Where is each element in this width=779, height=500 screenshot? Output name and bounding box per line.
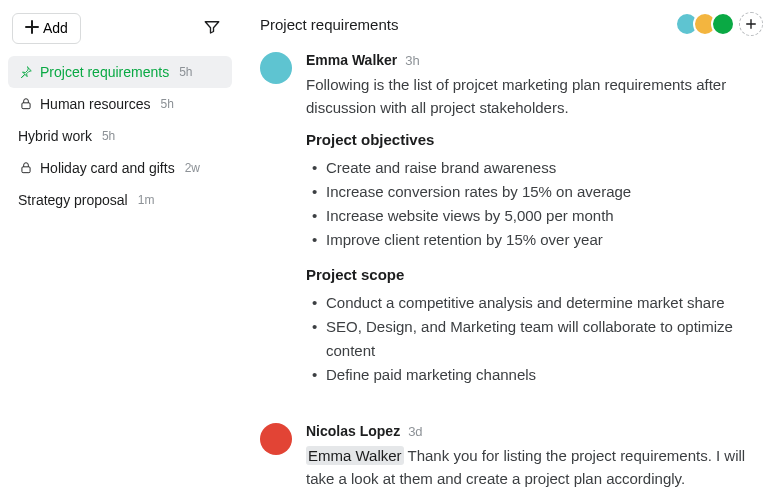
mention[interactable]: Emma Walker bbox=[306, 446, 404, 465]
plus-icon bbox=[745, 18, 757, 30]
sidebar-item[interactable]: Human resources5h bbox=[8, 88, 232, 120]
section-title: Project objectives bbox=[306, 131, 763, 148]
sidebar-item[interactable]: Strategy proposal1m bbox=[8, 184, 232, 216]
list-item: Conduct a competitive analysis and deter… bbox=[312, 291, 763, 315]
list-item: SEO, Design, and Marketing team will col… bbox=[312, 315, 763, 363]
post-time: 3h bbox=[405, 53, 419, 68]
list-item: Create and raise brand awareness bbox=[312, 156, 763, 180]
svg-rect-0 bbox=[22, 103, 30, 109]
sidebar: Add Projcet requirements5hHuman resource… bbox=[0, 0, 240, 500]
list-item: Increase website views by 5,000 per mont… bbox=[312, 204, 763, 228]
post-time: 3d bbox=[408, 424, 422, 439]
add-label: Add bbox=[43, 20, 68, 36]
pin-icon bbox=[18, 64, 34, 80]
post-author: Emma Walker bbox=[306, 52, 397, 68]
bullet-list: Conduct a competitive analysis and deter… bbox=[306, 291, 763, 387]
sidebar-item-time: 5h bbox=[161, 97, 174, 111]
sidebar-item-time: 1m bbox=[138, 193, 155, 207]
sidebar-item-label: Holiday card and gifts bbox=[40, 160, 175, 176]
avatar bbox=[260, 423, 292, 455]
sidebar-item[interactable]: Projcet requirements5h bbox=[8, 56, 232, 88]
post: Nicolas Lopez3dEmma Walker Thank you for… bbox=[260, 423, 763, 488]
avatar bbox=[260, 52, 292, 84]
filter-button[interactable] bbox=[196, 12, 228, 44]
sidebar-item[interactable]: Hybrid work5h bbox=[8, 120, 232, 152]
lock-icon bbox=[18, 96, 34, 112]
section-title: Project scope bbox=[306, 266, 763, 283]
main: Project requirements Emma Walker3hFollow… bbox=[240, 0, 779, 500]
post-text: Emma Walker Thank you for listing the pr… bbox=[306, 445, 763, 488]
sidebar-item-time: 2w bbox=[185, 161, 200, 175]
list-item: Define paid marketing channels bbox=[312, 363, 763, 387]
sidebar-item-label: Strategy proposal bbox=[18, 192, 128, 208]
post: Emma Walker3hFollowing is the list of pr… bbox=[260, 52, 763, 401]
plus-icon bbox=[25, 20, 39, 37]
sidebar-item-label: Projcet requirements bbox=[40, 64, 169, 80]
main-header: Project requirements bbox=[260, 12, 763, 36]
lock-icon bbox=[18, 160, 34, 176]
sidebar-item-time: 5h bbox=[102, 129, 115, 143]
sidebar-item[interactable]: Holiday card and gifts2w bbox=[8, 152, 232, 184]
bullet-list: Create and raise brand awarenessIncrease… bbox=[306, 156, 763, 252]
avatar[interactable] bbox=[711, 12, 735, 36]
svg-rect-1 bbox=[22, 167, 30, 173]
post-author: Nicolas Lopez bbox=[306, 423, 400, 439]
add-member-button[interactable] bbox=[739, 12, 763, 36]
sidebar-item-label: Hybrid work bbox=[18, 128, 92, 144]
list-item: Improve client retention by 15% over yea… bbox=[312, 228, 763, 252]
sidebar-item-label: Human resources bbox=[40, 96, 151, 112]
page-title: Project requirements bbox=[260, 16, 398, 33]
sidebar-item-time: 5h bbox=[179, 65, 192, 79]
member-avatars bbox=[681, 12, 763, 36]
post-text: Following is the list of projcet marketi… bbox=[306, 74, 763, 119]
add-button[interactable]: Add bbox=[12, 13, 81, 44]
list-item: Increase conversion rates by 15% on aver… bbox=[312, 180, 763, 204]
filter-icon bbox=[203, 18, 221, 39]
